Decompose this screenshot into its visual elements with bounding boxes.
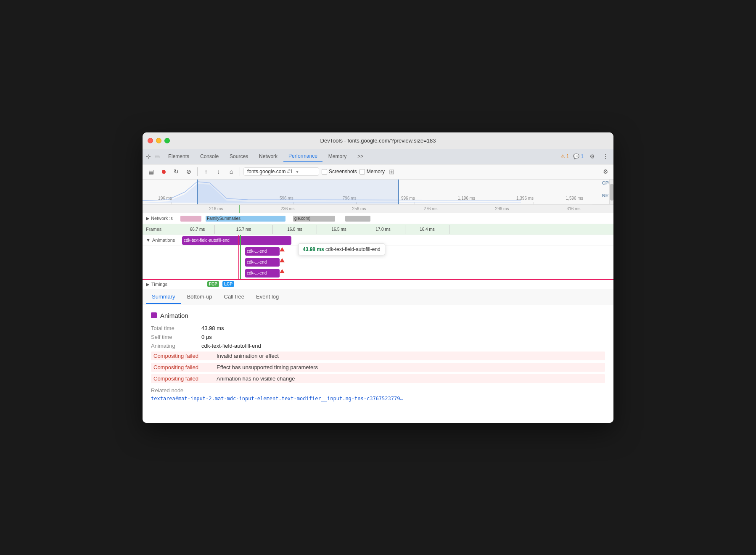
info-icon: 💬 [573, 153, 579, 159]
anim-bar-sub1[interactable]: cdk-...-end [245, 247, 280, 256]
info-count: 1 [581, 153, 584, 159]
reload-record-button[interactable]: ↻ [171, 166, 181, 177]
screenshots-checkbox-label[interactable]: Screenshots [322, 169, 357, 174]
scrollbar-thumb[interactable] [610, 184, 613, 201]
overview-scrollbar[interactable] [609, 180, 613, 204]
tab-sources[interactable]: Sources [225, 151, 253, 162]
total-time-row: Total time 43.98 ms [151, 325, 605, 331]
mini-tick-1: 216 ms [209, 206, 223, 211]
minimize-button[interactable] [156, 138, 161, 143]
devtools-inspect-icon[interactable]: ⊹ [146, 153, 151, 160]
net-bar-extra[interactable] [345, 216, 370, 222]
screenshots-checkbox[interactable] [322, 169, 327, 174]
network-row: ▶ Network :s FamilySummaries gle.com) [143, 213, 613, 224]
mini-tick-2: 236 ms [281, 206, 295, 211]
toolbar-divider-2 [240, 167, 240, 176]
anim-subrow-2: cdk-...-end [143, 257, 613, 268]
tooltip-label: cdk-text-field-autofill-end [325, 246, 381, 252]
tab-summary[interactable]: Summary [146, 290, 181, 304]
green-line [240, 235, 241, 279]
url-select[interactable]: fonts.google.com #1 ▼ [243, 167, 319, 176]
sidebar-toggle-button[interactable]: ▤ [146, 166, 156, 177]
warn-count: 1 [566, 153, 569, 159]
error-value-1: Effect has unsupported timing parameters [217, 364, 318, 370]
timeline-selection[interactable] [197, 180, 399, 204]
maximize-button[interactable] [164, 138, 170, 143]
frame-seg-1[interactable]: 15.7 ms [215, 225, 273, 234]
url-text: fonts.google.com #1 [247, 169, 293, 174]
performance-area: 196 ms 596 ms 796 ms 996 ms 1,196 ms 1,3… [143, 180, 613, 289]
tab-bar-right: ⚠ 1 💬 1 ⚙ ⋮ [560, 152, 610, 161]
devtools-device-icon[interactable]: ▭ [154, 153, 160, 160]
flame-chart: ▶ Network :s FamilySummaries gle.com) [143, 213, 613, 279]
animating-row: Animating cdk-text-field-autofill-end [151, 343, 605, 349]
anim-bar-sub3-label: cdk-...-end [247, 271, 267, 275]
frame-seg-4[interactable]: 17.0 ms [361, 225, 405, 234]
net-bar-gle-label: gle.com) [294, 216, 310, 221]
anim-bar-main-label: cdk-text-field-autofill-end [184, 238, 230, 243]
net-bar-family-summaries[interactable]: FamilySummaries [206, 216, 285, 222]
animations-row-label: ▼ Animations [143, 238, 180, 243]
summary-title-text: Animation [160, 312, 188, 319]
warning-triangle-1 [280, 247, 285, 251]
upload-button[interactable]: ↑ [201, 166, 211, 177]
info-badge[interactable]: 💬 1 [573, 153, 584, 159]
mini-tick-3: 256 ms [352, 206, 366, 211]
tab-event-log[interactable]: Event log [250, 290, 285, 304]
frame-seg-5[interactable]: 16.4 ms [405, 225, 449, 234]
tab-memory[interactable]: Memory [323, 151, 352, 162]
animations-expand-icon[interactable]: ▼ [146, 238, 151, 243]
more-icon[interactable]: ⋮ [601, 152, 610, 161]
toolbar-memory-icon: ⊞ [389, 168, 394, 176]
warning-badge[interactable]: ⚠ 1 [560, 153, 569, 159]
clear-button[interactable]: ⊘ [184, 166, 194, 177]
tooltip-time: 43.98 ms [303, 246, 324, 252]
tab-console[interactable]: Console [195, 151, 224, 162]
tab-network[interactable]: Network [254, 151, 283, 162]
tab-performance[interactable]: Performance [283, 151, 322, 162]
anim-bar-main[interactable]: cdk-text-field-autofill-end [182, 236, 291, 245]
animations-section: ▼ Animations cdk-text-field-autofill-end [143, 235, 613, 279]
download-button[interactable]: ↓ [214, 166, 224, 177]
devtools-window: DevTools - fonts.google.com/?preview.siz… [143, 132, 613, 423]
frame-seg-2[interactable]: 16.8 ms [273, 225, 317, 234]
memory-label: Memory [367, 169, 385, 174]
timings-text: Timings [151, 282, 167, 287]
home-button[interactable]: ⌂ [226, 166, 236, 177]
memory-checkbox-label[interactable]: Memory [359, 169, 385, 174]
network-label-text: Network :s [151, 216, 173, 221]
error-row-0: Compositing failed Invalid animation or … [151, 352, 605, 360]
frame-seg-3[interactable]: 16.5 ms [317, 225, 361, 234]
animations-label-text: Animations [152, 238, 175, 243]
anim-subrow-3-content: cdk-...-end transform [180, 268, 613, 279]
anim-bar-sub2[interactable]: cdk-...-end [245, 258, 280, 267]
net-bar-gle[interactable]: gle.com) [293, 216, 335, 222]
frame-seg-0[interactable]: 66.7 ms [180, 225, 215, 234]
error-label-1: Compositing failed [153, 364, 217, 370]
timings-expand-icon[interactable]: ▶ [146, 282, 149, 287]
tab-call-tree[interactable]: Call tree [218, 290, 250, 304]
memory-checkbox[interactable] [359, 169, 365, 174]
anim-bar-sub3[interactable]: cdk-...-end [245, 269, 280, 278]
frames-row-content: 66.7 ms 15.7 ms 16.8 ms 16.5 ms 17.0 ms … [180, 224, 613, 235]
settings-icon[interactable]: ⚙ [588, 152, 597, 161]
tab-bottom-up[interactable]: Bottom-up [181, 290, 218, 304]
self-time-label: Self time [151, 334, 201, 340]
mini-tick-4: 276 ms [424, 206, 438, 211]
timings-content: FCP LCP [180, 280, 613, 289]
title-bar: DevTools - fonts.google.com/?preview.siz… [143, 132, 613, 149]
related-node-section: Related node textarea#mat-input-2.mat-md… [151, 387, 605, 402]
tab-more[interactable]: >> [352, 151, 368, 162]
close-button[interactable] [148, 138, 153, 143]
network-expand-icon[interactable]: ▶ [146, 216, 149, 221]
mini-tick-5: 296 ms [495, 206, 509, 211]
window-title: DevTools - fonts.google.com/?preview.siz… [320, 137, 436, 144]
playhead-line [239, 205, 240, 213]
record-button[interactable]: ⏺ [159, 166, 169, 177]
related-node-link[interactable]: textarea#mat-input-2.mat-mdc-input-eleme… [151, 396, 403, 402]
error-row-1: Compositing failed Effect has unsupporte… [151, 363, 605, 372]
toolbar-settings-icon[interactable]: ⚙ [601, 167, 610, 176]
tab-elements[interactable]: Elements [163, 151, 194, 162]
error-row-2: Compositing failed Animation has no visi… [151, 374, 605, 383]
self-time-row: Self time 0 μs [151, 334, 605, 340]
